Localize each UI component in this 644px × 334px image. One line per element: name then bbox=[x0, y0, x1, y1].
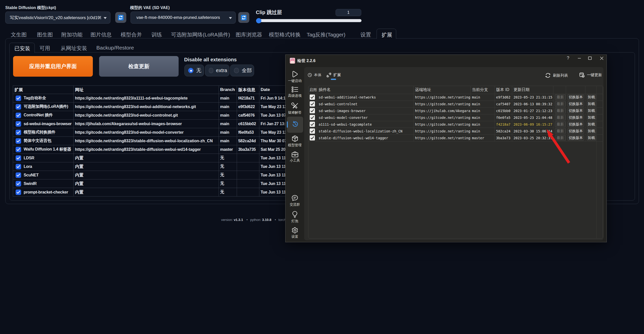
update-icon bbox=[579, 72, 585, 78]
subtab-installed-label: 已安装 bbox=[14, 45, 30, 52]
launcher-row: sd-webui-images-browser https://jihulab.… bbox=[308, 107, 603, 114]
radio-none[interactable]: 无 bbox=[184, 65, 204, 76]
latest-button[interactable]: 最新 bbox=[555, 108, 566, 114]
col-version: 版本 ID bbox=[495, 86, 512, 94]
col-branch: Branch bbox=[219, 86, 237, 94]
uninstall-button[interactable]: 卸载 bbox=[587, 128, 596, 134]
sidebar-item-settings[interactable]: 设置 bbox=[286, 227, 304, 239]
extension-checkbox[interactable] bbox=[16, 181, 21, 186]
uninstall-button[interactable]: 卸载 bbox=[587, 115, 596, 120]
subtab-installed[interactable]: 已安装 bbox=[9, 43, 35, 53]
clip-skip-slider-handle[interactable] bbox=[256, 18, 261, 23]
sidebar-item-community[interactable]: 交流群 bbox=[286, 195, 304, 207]
tab-extensions-label: 扩展 bbox=[382, 31, 392, 38]
col-ext: 扩展 bbox=[13, 86, 74, 94]
extension-checkbox[interactable] bbox=[16, 164, 21, 169]
refresh-list-button[interactable]: 刷新列表 bbox=[545, 72, 568, 78]
sidebar-item-models[interactable]: 模型管理 bbox=[286, 135, 304, 148]
clock-icon bbox=[308, 73, 312, 77]
tab-extensions[interactable]: 扩展 bbox=[377, 29, 396, 39]
sidebar-item-version-mgmt[interactable] bbox=[287, 117, 303, 133]
launcher-row: sd-webui-additional-networks https://git… bbox=[308, 94, 603, 101]
tab-txt2img[interactable]: 文生图 bbox=[11, 31, 27, 38]
sidebar-item-tools[interactable]: 小工具 bbox=[286, 151, 304, 163]
plugin-checkbox[interactable] bbox=[310, 115, 315, 120]
launcher-tab-main-label: 本体 bbox=[314, 73, 321, 77]
extension-checkbox[interactable] bbox=[16, 189, 21, 195]
extension-checkbox[interactable] bbox=[16, 104, 21, 110]
check-icon bbox=[17, 122, 20, 125]
launcher-tab-main[interactable]: 本体 bbox=[308, 73, 321, 77]
plugin-checkbox[interactable] bbox=[310, 122, 315, 127]
switch-version-button[interactable]: 切换版本 bbox=[567, 94, 584, 100]
ckpt-refresh-button[interactable] bbox=[115, 12, 126, 23]
extension-checkbox[interactable] bbox=[16, 130, 21, 135]
extension-checkbox[interactable] bbox=[16, 138, 21, 144]
switch-version-button[interactable]: 切换版本 bbox=[567, 121, 584, 127]
check-updates-button[interactable]: 检查更新 bbox=[99, 56, 179, 77]
refresh-icon bbox=[241, 15, 247, 21]
ckpt-label: Stable Diffusion 模型(ckpt) bbox=[5, 5, 56, 11]
sidebar-item-troubleshoot[interactable]: 疑难解答 bbox=[286, 103, 304, 115]
subtab-available[interactable]: 可用 bbox=[39, 45, 50, 52]
extension-checkbox[interactable] bbox=[16, 155, 21, 161]
plugin-checkbox[interactable] bbox=[310, 101, 315, 107]
radio-extra[interactable]: extra bbox=[205, 65, 229, 76]
help-button[interactable]: ? bbox=[564, 55, 572, 62]
clip-skip-slider[interactable] bbox=[256, 19, 361, 22]
minimize-button[interactable] bbox=[576, 55, 583, 62]
uninstall-button[interactable]: 卸载 bbox=[587, 101, 596, 107]
page-footer: version: v1.3.1 •python: 3.10.8 •torch: bbox=[221, 218, 288, 222]
sidebar-item-launch[interactable]: 一键启动 bbox=[286, 71, 304, 83]
latest-button[interactable]: 最新 bbox=[555, 115, 566, 120]
plugin-checkbox[interactable] bbox=[310, 108, 315, 113]
tab-extras[interactable]: 附加功能 bbox=[61, 31, 83, 38]
minimize-icon bbox=[578, 58, 581, 59]
uninstall-button[interactable]: 卸载 bbox=[587, 108, 596, 114]
clip-skip-input[interactable]: 1 bbox=[336, 9, 361, 16]
update-all-button[interactable]: 一键更新 bbox=[579, 72, 602, 78]
vae-refresh-button[interactable] bbox=[238, 12, 249, 23]
tab-train[interactable]: 训练 bbox=[151, 31, 162, 38]
vae-dropdown[interactable]: vae-ft-mse-840000-ema-pruned.safetensors bbox=[131, 12, 236, 24]
col-updated: 更新日期 bbox=[512, 86, 553, 94]
plugin-checkbox[interactable] bbox=[310, 94, 315, 100]
uninstall-button[interactable]: 卸载 bbox=[587, 121, 596, 127]
maximize-button[interactable] bbox=[586, 55, 594, 62]
subtab-install-url[interactable]: 从网址安装 bbox=[61, 45, 87, 52]
tab-img2img[interactable]: 图生图 bbox=[37, 31, 53, 38]
plugin-checkbox[interactable] bbox=[310, 128, 315, 134]
cube-icon bbox=[292, 135, 298, 142]
switch-version-button[interactable]: 切换版本 bbox=[567, 115, 584, 120]
radio-all-label: 全部 bbox=[242, 67, 252, 74]
uninstall-button[interactable]: 卸载 bbox=[587, 94, 596, 100]
launcher-tab-extensions[interactable]: 扩展 bbox=[327, 73, 341, 77]
subtab-backup[interactable]: Backup/Restore bbox=[96, 45, 134, 51]
latest-button[interactable]: 最新 bbox=[555, 101, 566, 107]
sidebar-item-advanced[interactable]: 高级选项 bbox=[286, 86, 304, 98]
extension-checkbox[interactable] bbox=[16, 113, 21, 118]
footer-version-value[interactable]: v1.3.1 bbox=[234, 218, 243, 222]
switch-version-button[interactable]: 切换版本 bbox=[567, 108, 584, 114]
plugin-checkbox[interactable] bbox=[310, 135, 315, 140]
apply-restart-button[interactable]: 应用并重启用户界面 bbox=[13, 56, 93, 77]
switch-version-button[interactable]: 切换版本 bbox=[567, 101, 584, 107]
extension-checkbox[interactable] bbox=[16, 147, 21, 152]
extension-checkbox[interactable] bbox=[16, 96, 21, 101]
extension-checkbox[interactable] bbox=[16, 172, 21, 178]
tab-settings[interactable]: 设置 bbox=[360, 31, 371, 38]
tab-converter[interactable]: 模型格式转换 bbox=[269, 31, 301, 38]
uninstall-button[interactable]: 卸载 bbox=[587, 135, 596, 141]
latest-button[interactable]: 最新 bbox=[555, 121, 566, 127]
close-button[interactable] bbox=[598, 55, 606, 62]
latest-button[interactable]: 最新 bbox=[555, 94, 566, 100]
tab-pnginfo[interactable]: 图片信息 bbox=[91, 31, 112, 38]
tab-tagger[interactable]: Tag反推(Tagger) bbox=[307, 31, 345, 38]
tab-merge[interactable]: 模型合并 bbox=[121, 31, 142, 38]
tab-gallery[interactable]: 图库浏览器 bbox=[236, 31, 262, 38]
ckpt-dropdown[interactable]: 写实\realisticVisionV20_v20.safetensors [c… bbox=[5, 12, 110, 24]
tab-lora[interactable]: 可选附加网络(LoRA插件) bbox=[171, 31, 230, 38]
radio-all[interactable]: 全部 bbox=[230, 65, 254, 76]
extension-checkbox[interactable] bbox=[16, 121, 21, 127]
sidebar-item-tips[interactable]: 灯泡 bbox=[286, 211, 304, 223]
